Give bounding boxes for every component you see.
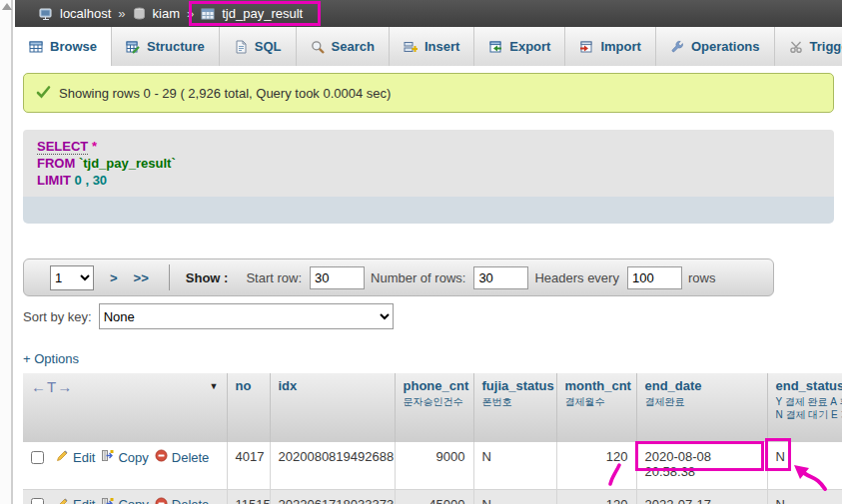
collapse-nav-icon[interactable] — [2, 3, 12, 10]
edit-row-link[interactable]: Edit — [56, 497, 95, 504]
browse-icon — [29, 40, 43, 54]
insert-icon — [404, 40, 418, 54]
phpmyadmin-window: localhost » kiam » tjd_pay_result Browse… — [0, 0, 842, 504]
nav-panel-strip — [0, 0, 13, 504]
breadcrumb-separator: » — [116, 6, 127, 21]
column-header-fujia-status: fujia_status 폰번호 — [473, 373, 556, 442]
tab-label: Structure — [147, 39, 205, 54]
actions-column-header: ←T→ ▼ — [23, 373, 227, 442]
table-row: Edit Copy Delete — [23, 489, 842, 504]
cell-idx: 2020080819492688 — [270, 442, 395, 489]
header-row: ←T→ ▼ no idx phone_cnt 문자승인건수 — [23, 373, 842, 442]
copy-label: Copy — [118, 497, 148, 504]
cell-phone-cnt: 9000 — [395, 442, 473, 489]
cell-fujia-status: N — [473, 489, 556, 504]
number-of-rows-label: Number of rows: — [371, 270, 465, 285]
copy-row-link[interactable]: Copy — [101, 449, 148, 465]
copy-icon — [101, 449, 114, 465]
column-sort-link[interactable]: month_cnt — [565, 378, 628, 393]
column-sort-link[interactable]: phone_cnt — [404, 378, 465, 393]
sql-query-footer — [23, 197, 834, 224]
table-icon — [201, 7, 215, 21]
edit-row-link[interactable]: Edit — [56, 449, 95, 465]
sort-by-key-label: Sort by key: — [23, 309, 92, 324]
column-sort-link[interactable]: end_status — [776, 378, 842, 393]
tab-label: Triggers — [810, 39, 842, 54]
sql-keyword: FROM — [37, 156, 75, 171]
tab-browse[interactable]: Browse — [15, 27, 112, 66]
breadcrumb-server[interactable]: localhost — [60, 6, 111, 21]
cell-month-cnt: 120 — [556, 489, 636, 504]
column-header-end-status: end_status Y 결제 완료 A 후불 결제 N 결제 대기 E 기간 … — [767, 373, 842, 442]
tab-operations[interactable]: Operations — [656, 27, 775, 66]
edit-label: Edit — [73, 450, 95, 465]
cell-no: 11515 — [227, 489, 270, 504]
row-actions-cell: Edit Copy Delete — [23, 442, 227, 489]
delete-icon — [155, 449, 168, 465]
start-row-input[interactable] — [310, 266, 365, 289]
tab-search[interactable]: Search — [297, 27, 390, 66]
column-sort-link[interactable]: idx — [279, 378, 387, 393]
next-page-link[interactable]: > — [110, 270, 118, 285]
copy-label: Copy — [118, 450, 148, 465]
sql-icon — [234, 40, 248, 54]
breadcrumb: localhost » kiam » tjd_pay_result — [15, 0, 842, 27]
cell-end-date: 2022-07-17 18:03:52 — [636, 489, 767, 504]
sort-by-key-select[interactable]: None — [99, 303, 394, 329]
row-select-checkbox[interactable] — [31, 498, 44, 504]
cell-fujia-status: N — [473, 442, 556, 489]
sql-keyword: SELECT — [37, 139, 88, 155]
database-icon — [133, 7, 146, 21]
sql-operator: * — [92, 139, 97, 154]
tab-structure[interactable]: Structure — [112, 27, 220, 66]
results-table: ←T→ ▼ no idx phone_cnt 문자승인건수 — [23, 373, 842, 504]
sql-numbers: 0 , 30 — [75, 173, 108, 188]
column-sort-link[interactable]: end_date — [645, 378, 759, 393]
row-actions-cell: Edit Copy Delete — [23, 489, 227, 504]
tab-insert[interactable]: Insert — [390, 27, 474, 66]
tab-label: Search — [332, 39, 375, 54]
column-options-toggle-icon[interactable]: ▼ — [210, 381, 219, 391]
column-sort-link[interactable]: no — [236, 378, 262, 393]
delete-row-link[interactable]: Delete — [155, 497, 210, 504]
server-icon — [39, 7, 53, 21]
main-panel: localhost » kiam » tjd_pay_result Browse… — [15, 0, 842, 504]
sql-line: FROM `tjd_pay_result` — [37, 155, 820, 172]
cell-phone-cnt: 45000 — [395, 489, 473, 504]
toolbar-divider — [169, 264, 170, 290]
column-header-no: no — [227, 373, 270, 442]
headers-every-input[interactable] — [627, 266, 682, 289]
tab-triggers[interactable]: Triggers — [775, 27, 842, 66]
delete-label: Delete — [172, 497, 210, 504]
edit-label: Edit — [73, 497, 95, 504]
copy-row-link[interactable]: Copy — [101, 497, 148, 504]
result-message-text: Showing rows 0 - 29 ( 2,926 total, Query… — [59, 86, 391, 101]
number-of-rows-input[interactable] — [473, 266, 528, 289]
results-table-wrapper: ←T→ ▼ no idx phone_cnt 문자승인건수 — [23, 373, 842, 504]
options-toggle-link[interactable]: + Options — [23, 351, 93, 366]
tab-label: Insert — [424, 39, 459, 54]
search-icon — [311, 40, 325, 54]
pencil-icon — [56, 497, 69, 504]
structure-icon — [126, 40, 140, 54]
tab-import[interactable]: Import — [565, 27, 655, 66]
cell-no: 4017 — [227, 442, 270, 489]
last-page-link[interactable]: >> — [134, 270, 149, 285]
rows-label: rows — [688, 270, 715, 285]
tab-label: Operations — [691, 39, 760, 54]
row-select-checkbox[interactable] — [31, 451, 44, 464]
breadcrumb-table[interactable]: tjd_pay_result — [222, 6, 303, 21]
delete-row-link[interactable]: Delete — [155, 449, 210, 465]
column-sort-link[interactable]: fujia_status — [482, 378, 548, 393]
breadcrumb-database[interactable]: kiam — [153, 6, 180, 21]
cell-end-status: N — [767, 442, 842, 489]
page-content: Showing rows 0 - 29 ( 2,926 total, Query… — [15, 73, 842, 504]
column-header-end-date: end_date 결제완료 — [636, 373, 767, 442]
page-selector[interactable]: 1 — [50, 265, 94, 290]
tab-sql[interactable]: SQL — [220, 27, 297, 66]
row-actions-position-icon[interactable]: ←T→ — [31, 378, 73, 395]
column-comment: 결제월수 — [565, 395, 628, 408]
tab-export[interactable]: Export — [474, 27, 565, 66]
column-comment: 결제완료 — [645, 395, 759, 408]
sql-table-identifier: `tjd_pay_result` — [79, 156, 176, 171]
